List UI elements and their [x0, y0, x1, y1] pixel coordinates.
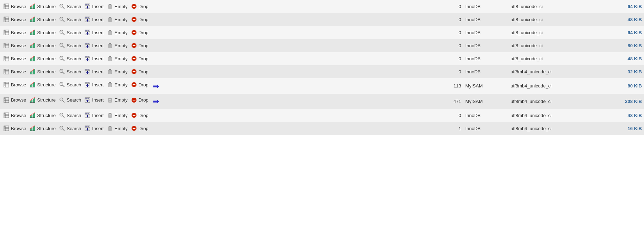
- drop-label: Drop: [139, 30, 148, 35]
- browse-button-row10[interactable]: Browse: [2, 125, 28, 132]
- search-button-row2[interactable]: Search: [58, 16, 83, 23]
- drop-icon: [131, 43, 137, 48]
- structure-button-row9[interactable]: Structure: [28, 112, 57, 119]
- browse-button-row9[interactable]: Browse: [2, 112, 28, 119]
- search-button-row9[interactable]: Search: [58, 112, 83, 119]
- empty-button-row4[interactable]: Empty: [106, 42, 129, 49]
- size-cell: 80 KiB: [599, 39, 644, 52]
- browse-label: Browse: [11, 69, 26, 74]
- browse-button-row7[interactable]: Browse: [2, 81, 28, 88]
- insert-button-row9[interactable]: Insert: [83, 112, 105, 119]
- drop-button-row9[interactable]: Drop: [130, 112, 150, 119]
- structure-button-row4[interactable]: Structure: [28, 42, 57, 49]
- empty-button-row9[interactable]: Empty: [106, 112, 129, 119]
- drop-button-row10[interactable]: Drop: [130, 125, 150, 132]
- drop-button-row8[interactable]: Drop: [130, 97, 150, 104]
- browse-button-row1[interactable]: Browse: [2, 3, 28, 10]
- browse-label: Browse: [11, 43, 26, 48]
- drop-button-row3[interactable]: Drop: [130, 29, 150, 36]
- search-button-row8[interactable]: Search: [58, 97, 83, 104]
- insert-icon: [85, 43, 90, 48]
- empty-label: Empty: [115, 17, 128, 22]
- insert-button-row5[interactable]: Insert: [83, 55, 105, 62]
- structure-icon: [30, 30, 35, 35]
- structure-button-row5[interactable]: Structure: [28, 55, 57, 62]
- empty-button-row6[interactable]: Empty: [106, 68, 129, 75]
- drop-icon: [131, 112, 137, 118]
- search-button-row5[interactable]: Search: [58, 55, 83, 62]
- structure-icon: [30, 97, 35, 103]
- search-button-row3[interactable]: Search: [58, 29, 83, 36]
- search-button-row4[interactable]: Search: [58, 42, 83, 49]
- empty-icon: [107, 69, 113, 74]
- empty-icon: [107, 4, 113, 9]
- insert-button-row2[interactable]: Insert: [83, 16, 105, 23]
- search-button-row7[interactable]: Search: [58, 81, 83, 88]
- empty-label: Empty: [115, 56, 128, 61]
- drop-button-row6[interactable]: Drop: [130, 68, 150, 75]
- empty-label: Empty: [115, 113, 128, 118]
- row-count-cell: 1: [429, 122, 463, 135]
- empty-label: Empty: [115, 43, 128, 48]
- collation-cell: utf8_unicode_ci: [509, 0, 599, 13]
- structure-button-row1[interactable]: Structure: [28, 3, 57, 10]
- actions-cell-row5: BrowseStructureSearchInsertEmptyDrop: [0, 52, 429, 65]
- row-count-cell: 113: [429, 78, 463, 94]
- empty-button-row2[interactable]: Empty: [106, 16, 129, 23]
- insert-button-row10[interactable]: Insert: [83, 125, 105, 132]
- insert-button-row3[interactable]: Insert: [83, 29, 105, 36]
- search-icon: [59, 112, 65, 118]
- drop-button-row5[interactable]: Drop: [130, 55, 150, 62]
- insert-button-row6[interactable]: Insert: [83, 68, 105, 75]
- drop-button-row7[interactable]: Drop: [130, 81, 150, 88]
- empty-button-row10[interactable]: Empty: [106, 125, 129, 132]
- drop-button-row2[interactable]: Drop: [130, 16, 150, 23]
- structure-button-row2[interactable]: Structure: [28, 16, 57, 23]
- insert-label: Insert: [92, 4, 104, 9]
- collation-cell: utf8_unicode_ci: [509, 52, 599, 65]
- search-button-row10[interactable]: Search: [58, 125, 83, 132]
- empty-label: Empty: [115, 69, 128, 74]
- search-button-row6[interactable]: Search: [58, 68, 83, 75]
- browse-label: Browse: [11, 82, 26, 87]
- browse-button-row2[interactable]: Browse: [2, 16, 28, 23]
- empty-button-row1[interactable]: Empty: [106, 3, 129, 10]
- structure-button-row8[interactable]: Structure: [28, 97, 57, 104]
- structure-button-row7[interactable]: Structure: [28, 81, 57, 88]
- search-label: Search: [67, 17, 81, 22]
- search-label: Search: [67, 82, 81, 87]
- structure-button-row6[interactable]: Structure: [28, 68, 57, 75]
- empty-icon: [107, 30, 113, 35]
- empty-button-row3[interactable]: Empty: [106, 29, 129, 36]
- browse-button-row4[interactable]: Browse: [2, 42, 28, 49]
- collation-cell: utf8mb4_unicode_ci: [509, 122, 599, 135]
- empty-icon: [107, 82, 113, 87]
- insert-button-row7[interactable]: Insert: [83, 81, 105, 88]
- search-button-row1[interactable]: Search: [58, 3, 83, 10]
- empty-button-row7[interactable]: Empty: [106, 81, 129, 88]
- browse-button-row6[interactable]: Browse: [2, 68, 28, 75]
- size-cell: 48 KiB: [599, 13, 644, 26]
- drop-icon: [131, 126, 137, 131]
- size-cell: 80 KiB: [599, 78, 644, 94]
- empty-button-row5[interactable]: Empty: [106, 55, 129, 62]
- drop-icon: [131, 56, 137, 61]
- empty-button-row8[interactable]: Empty: [106, 97, 129, 104]
- drop-button-row4[interactable]: Drop: [130, 42, 150, 49]
- insert-button-row8[interactable]: Insert: [83, 97, 105, 104]
- structure-button-row10[interactable]: Structure: [28, 125, 57, 132]
- drop-button-row1[interactable]: Drop: [130, 3, 150, 10]
- insert-button-row1[interactable]: Insert: [83, 3, 105, 10]
- browse-button-row3[interactable]: Browse: [2, 29, 28, 36]
- browse-button-row8[interactable]: Browse: [2, 97, 28, 104]
- engine-cell: MyISAM: [463, 94, 508, 109]
- insert-label: Insert: [92, 113, 104, 118]
- browse-label: Browse: [11, 17, 26, 22]
- browse-icon: [4, 126, 9, 131]
- insert-button-row4[interactable]: Insert: [83, 42, 105, 49]
- browse-button-row5[interactable]: Browse: [2, 55, 28, 62]
- insert-label: Insert: [92, 97, 104, 103]
- structure-button-row3[interactable]: Structure: [28, 29, 57, 36]
- empty-icon: [107, 97, 113, 103]
- search-icon: [59, 126, 65, 131]
